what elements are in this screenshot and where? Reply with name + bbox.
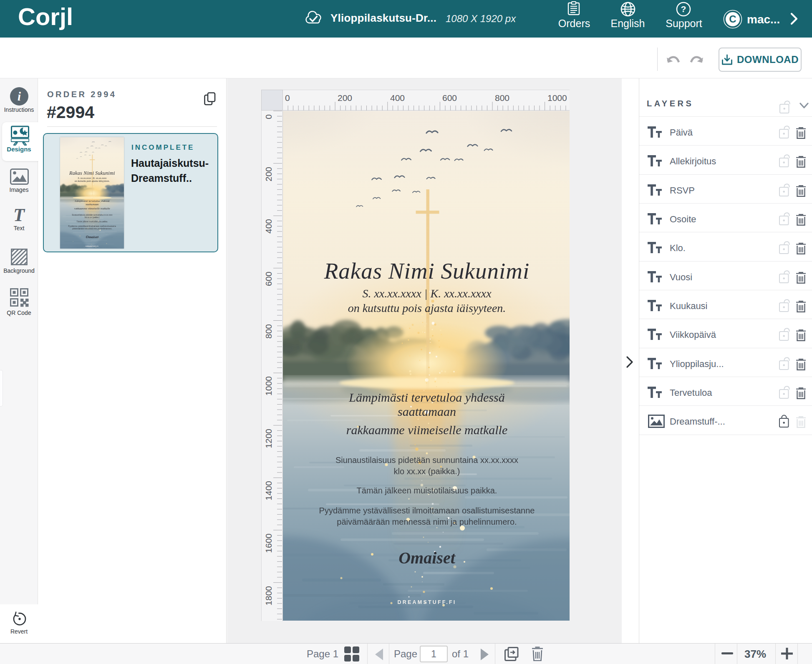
svg-text:Siunaustilaisuus pidetään sunn: Siunaustilaisuus pidetään sunnuntaina xx…: [72, 214, 113, 216]
svg-text:0: 0: [285, 93, 290, 103]
svg-text:?: ?: [681, 4, 686, 14]
svg-text:klo xx.xx (paikka.): klo xx.xx (paikka.): [393, 467, 460, 476]
svg-text:Lämpimästi tervetuloa yhdessä: Lämpimästi tervetuloa yhdessä: [348, 390, 504, 404]
svg-text:Pyydämme ystävällisesti ilmoit: Pyydämme ystävällisesti ilmoittamaan osa…: [68, 225, 116, 227]
svg-text:rakkaamme viimeiselle matkalle: rakkaamme viimeiselle matkalle: [74, 207, 110, 210]
svg-text:DREAMSTUFF.FI: DREAMSTUFF.FI: [86, 246, 98, 247]
svg-text:200: 200: [338, 93, 352, 103]
svg-text:rakkaamme viimeiselle matkalle: rakkaamme viimeiselle matkalle: [346, 423, 507, 437]
svg-text:saattamaan: saattamaan: [86, 203, 99, 206]
svg-text:Omaiset: Omaiset: [86, 235, 99, 239]
svg-text:600: 600: [264, 272, 273, 286]
svg-text:600: 600: [442, 93, 457, 103]
svg-text:S. xx.xx.xxxx | K. xx.xx.xxxx: S. xx.xx.xxxx | K. xx.xx.xxxx: [78, 176, 106, 179]
svg-text:Omaiset: Omaiset: [398, 548, 456, 567]
svg-text:200: 200: [264, 167, 273, 181]
svg-text:Rakas Nimi Sukunimi: Rakas Nimi Sukunimi: [69, 170, 115, 176]
svg-text:Tämän jälkeen muistotilaisuus: Tämän jälkeen muistotilaisuus paikka.: [76, 221, 108, 223]
svg-text:päivämäärään mennessä nimi ja: päivämäärään mennessä nimi ja puhelinnum…: [337, 517, 517, 526]
svg-text:päivämäärään mennessä nimi ja: päivämäärään mennessä nimi ja puhelinnum…: [72, 228, 112, 230]
svg-text:800: 800: [495, 93, 509, 103]
svg-text:1400: 1400: [264, 481, 273, 501]
svg-text:0: 0: [264, 114, 273, 119]
svg-text:Pyydämme ystävällisesti ilmoit: Pyydämme ystävällisesti ilmoittamaan osa…: [319, 506, 535, 515]
svg-text:400: 400: [264, 219, 273, 234]
svg-text:Siunaustilaisuus pidetään sunn: Siunaustilaisuus pidetään sunnuntaina xx…: [335, 455, 518, 465]
svg-text:400: 400: [390, 93, 405, 103]
svg-text:klo xx.xx (paikka.): klo xx.xx (paikka.): [85, 216, 100, 219]
svg-text:1200: 1200: [264, 429, 273, 448]
svg-text:S. xx.xx.xxxx | K. xx.xx.xxxx: S. xx.xx.xxxx | K. xx.xx.xxxx: [362, 287, 492, 300]
svg-text:1000: 1000: [264, 376, 273, 396]
svg-text:1800: 1800: [264, 586, 273, 606]
svg-text:i: i: [18, 90, 21, 103]
svg-text:on kutsuttu pois ajasta iäisyy: on kutsuttu pois ajasta iäisyyteen.: [75, 179, 110, 182]
svg-text:on kutsuttu pois ajasta iäisyy: on kutsuttu pois ajasta iäisyyteen.: [348, 302, 506, 314]
svg-text:C: C: [729, 13, 736, 25]
svg-text:800: 800: [264, 324, 273, 339]
svg-text:Tämän jälkeen muistotilaisuus: Tämän jälkeen muistotilaisuus paikka.: [356, 486, 497, 495]
svg-text:Lämpimästi tervetuloa yhdessä: Lämpimästi tervetuloa yhdessä: [74, 199, 110, 202]
svg-text:saattamaan: saattamaan: [397, 405, 456, 418]
svg-text:Rakas Nimi Sukunimi: Rakas Nimi Sukunimi: [323, 258, 530, 284]
svg-text:1600: 1600: [264, 533, 273, 553]
svg-text:1000: 1000: [547, 93, 567, 103]
svg-text:DREAMSTUFF.FI: DREAMSTUFF.FI: [397, 599, 456, 605]
